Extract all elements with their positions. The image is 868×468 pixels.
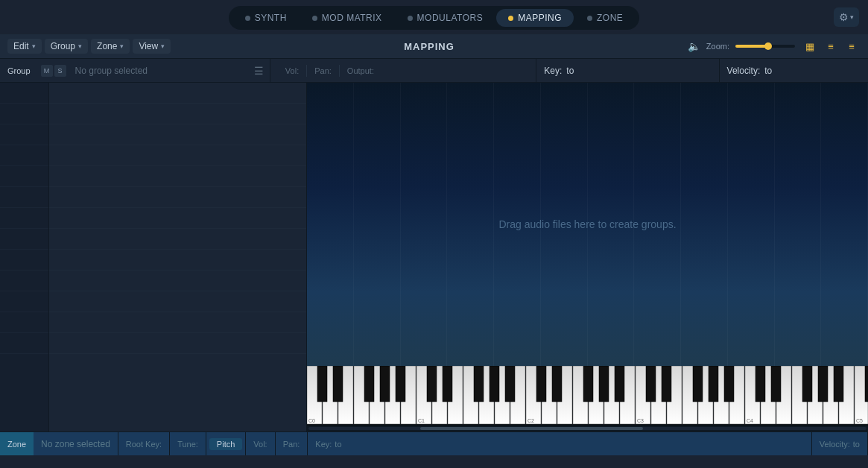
c1-label: C1	[418, 418, 425, 423]
tab-zone[interactable]: ZONE	[575, 9, 635, 27]
black-key-fs3[interactable]	[693, 366, 703, 402]
zone-root-key-field: Root Key:	[118, 432, 169, 455]
list-view-button[interactable]: ≡	[822, 39, 840, 54]
row-1	[0, 83, 48, 104]
zoom-slider[interactable]	[735, 45, 795, 48]
bar-view-button[interactable]: ▦	[801, 39, 819, 54]
group-menu-button[interactable]: Group ▾	[45, 39, 88, 54]
piano-keyboard-container[interactable]: .wk { fill: url(#wkGrad); stroke: #555; …	[307, 366, 868, 426]
black-key-gs0[interactable]	[380, 366, 390, 402]
group-row-12	[49, 312, 306, 333]
list-icon: ≡	[828, 41, 834, 52]
group-key-label: Key:	[544, 66, 562, 76]
black-key-cs1[interactable]	[427, 366, 437, 402]
zone-velocity-to: to	[853, 440, 860, 449]
row-8	[0, 229, 48, 250]
left-panel	[0, 83, 307, 431]
piano-line	[401, 83, 448, 366]
tab-mapping[interactable]: MAPPING	[496, 9, 574, 27]
group-options-icon[interactable]: ☰	[248, 65, 270, 77]
black-key-fs4[interactable]	[802, 366, 812, 402]
gear-icon: ⚙	[839, 11, 849, 23]
scrollbar-thumb[interactable]	[420, 427, 644, 430]
tab-mapping-label: MAPPING	[518, 13, 562, 23]
row-4	[0, 145, 48, 166]
piano-line	[354, 83, 401, 366]
black-key-fs2[interactable]	[583, 366, 593, 402]
zone-name: No zone selected	[34, 439, 118, 449]
gear-button[interactable]: ⚙ ▾	[834, 7, 859, 27]
zone-bar: Zone No zone selected Root Key: Tune: Pi…	[0, 431, 868, 455]
piano-keyboard-svg[interactable]: .wk { fill: url(#wkGrad); stroke: #555; …	[307, 366, 868, 426]
speaker-icon[interactable]: 🔈	[688, 40, 700, 52]
row-12	[0, 312, 48, 333]
nav-tabs: SYNTH MOD MATRIX MODULATORS MAPPING ZONE	[229, 6, 640, 30]
detail-icon: ≡	[849, 41, 855, 52]
edit-menu-button[interactable]: Edit ▾	[7, 39, 42, 54]
c4-label: C4	[747, 418, 753, 423]
zoom-track	[735, 45, 768, 48]
zone-label: Zone	[97, 41, 117, 51]
tab-modulators[interactable]: MODULATORS	[396, 9, 495, 27]
piano-line	[775, 83, 822, 366]
right-panel: Drag audio files here to create groups. …	[307, 83, 868, 431]
black-key-cs0[interactable]	[317, 366, 327, 402]
black-key-as1[interactable]	[505, 366, 515, 402]
view-menu-button[interactable]: View ▾	[133, 39, 171, 54]
c5-label: C5	[856, 418, 863, 423]
zone-pitch-button[interactable]: Pitch	[209, 438, 242, 450]
black-key-ds4[interactable]	[771, 366, 781, 402]
black-key-ds2[interactable]	[552, 366, 562, 402]
group-row-10	[49, 271, 306, 291]
black-key-cs2[interactable]	[536, 366, 546, 402]
view-arrow-icon: ▾	[161, 42, 165, 50]
top-nav: SYNTH MOD MATRIX MODULATORS MAPPING ZONE…	[0, 0, 868, 34]
zone-tune-label: Tune:	[177, 440, 198, 449]
black-key-as2[interactable]	[615, 366, 624, 402]
tab-synth-label: SYNTH	[255, 13, 287, 23]
black-key-fs1[interactable]	[474, 366, 484, 402]
solo-button[interactable]: S	[54, 65, 66, 77]
tab-mod-matrix-label: MOD MATRIX	[322, 13, 382, 23]
row-2	[0, 104, 48, 124]
black-key-gs4[interactable]	[818, 366, 828, 402]
group-row-9	[49, 250, 306, 271]
black-key-ds0[interactable]	[333, 366, 343, 402]
black-key-as3[interactable]	[724, 366, 734, 402]
bar-chart-icon: ▦	[805, 41, 814, 52]
horizontal-scrollbar[interactable]	[307, 426, 868, 431]
mapping-drop-area[interactable]: Drag audio files here to create groups.	[307, 83, 868, 366]
group-name: No group selected	[69, 66, 248, 76]
tab-synth-dot	[245, 16, 250, 21]
black-key-cs5[interactable]	[865, 366, 868, 402]
zone-vol-field: Vol:	[245, 432, 274, 455]
tab-mod-matrix[interactable]: MOD MATRIX	[300, 9, 394, 27]
black-key-cs3[interactable]	[646, 366, 656, 402]
black-key-ds3[interactable]	[662, 366, 671, 402]
detail-view-button[interactable]: ≡	[843, 39, 861, 54]
group-list	[49, 83, 306, 431]
edit-arrow-icon: ▾	[32, 42, 36, 50]
black-key-gs1[interactable]	[490, 366, 499, 402]
black-key-as4[interactable]	[834, 366, 843, 402]
row-5	[0, 166, 48, 187]
black-key-fs0[interactable]	[364, 366, 374, 402]
black-key-gs2[interactable]	[599, 366, 609, 402]
c0-label: C0	[308, 418, 315, 423]
mute-button[interactable]: M	[41, 65, 53, 77]
c3-label: C3	[637, 418, 644, 423]
group-bar-keys: Key: to	[536, 59, 718, 82]
toolbar-title: MAPPING	[174, 41, 685, 52]
black-key-as0[interactable]	[396, 366, 405, 402]
left-panel-inner	[0, 83, 306, 431]
toolbar: Edit ▾ Group ▾ Zone ▾ View ▾ MAPPING 🔈 Z…	[0, 34, 868, 59]
group-mute-solo: M S	[38, 65, 69, 77]
zone-menu-button[interactable]: Zone ▾	[91, 39, 130, 54]
tab-modulators-label: MODULATORS	[417, 13, 484, 23]
zone-vol-label: Vol:	[253, 440, 267, 449]
black-key-gs3[interactable]	[709, 366, 718, 402]
black-key-cs4[interactable]	[755, 366, 765, 402]
tab-zone-dot	[587, 16, 592, 21]
black-key-ds1[interactable]	[443, 366, 452, 402]
tab-synth[interactable]: SYNTH	[233, 9, 299, 27]
